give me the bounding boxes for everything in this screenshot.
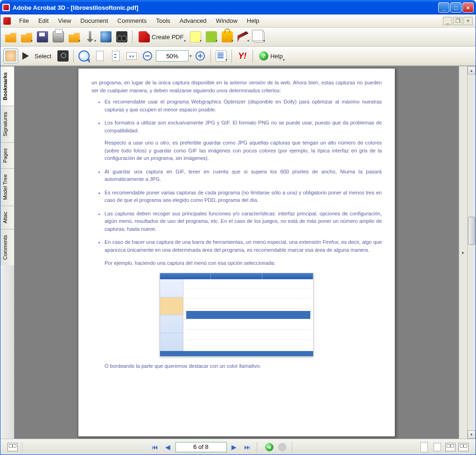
select-tool-button[interactable]: Select (19, 48, 55, 63)
folder-icon (21, 31, 32, 42)
continuous-facing-button[interactable] (458, 441, 469, 453)
menu-file[interactable]: File (14, 15, 34, 26)
menu-view[interactable]: View (53, 15, 76, 26)
email-button[interactable] (98, 29, 113, 44)
hand-icon (5, 50, 16, 62)
mdi-minimize-button[interactable]: _ (443, 17, 452, 25)
email-icon (100, 31, 112, 42)
previous-view-button[interactable]: ◄ (264, 441, 275, 453)
secure-button[interactable] (220, 29, 235, 44)
menubar: File Edit View Document Comments Tools A… (0, 14, 476, 28)
main-toolbar: Create PDF (0, 28, 476, 47)
yahoo-button[interactable]: Y! (235, 48, 250, 63)
next-page-button[interactable]: ▶ (229, 441, 240, 453)
first-page-button[interactable]: ⏮ (149, 441, 161, 453)
previous-page-button[interactable]: ◀ (162, 441, 174, 453)
tab-attachments[interactable]: Attac (0, 206, 14, 229)
open-button[interactable] (3, 29, 18, 44)
comment-button[interactable] (188, 29, 203, 44)
tab-bookmarks[interactable]: Bookmarks (0, 66, 14, 106)
fit-page-button[interactable] (108, 48, 123, 63)
fit-width-button[interactable] (124, 48, 139, 63)
menu-edit[interactable]: Edit (34, 15, 53, 26)
zoom-tool-button[interactable] (77, 48, 91, 63)
menu-comments[interactable]: Comments (113, 15, 152, 26)
find-button[interactable] (114, 29, 129, 44)
next-view-button[interactable] (277, 441, 288, 453)
doc-bullet: En caso de hacer una captura de una barr… (105, 238, 382, 254)
continuous-icon (434, 443, 441, 451)
zoom-out-button[interactable] (140, 48, 155, 63)
single-page-button[interactable] (419, 441, 430, 453)
pdf-page: un programa, en lugar de la única captur… (78, 68, 395, 437)
pdf-icon (139, 31, 150, 42)
organizer-tool-button[interactable] (214, 48, 229, 63)
page-number-input[interactable] (175, 442, 227, 452)
doc-text: Por ejemplo, haciendo una captura del me… (105, 259, 382, 267)
embedded-screenshot (160, 273, 314, 357)
continuous-button[interactable] (432, 441, 443, 453)
titlebar[interactable]: Adobe Acrobat 3D - [libroestilosoftonic.… (0, 0, 476, 14)
help-label: Help (270, 53, 283, 60)
stamp-icon (206, 31, 217, 42)
menu-document[interactable]: Document (76, 15, 112, 26)
pane-toggle-right[interactable]: ▸ (459, 66, 467, 439)
doc-bullet: Los formatos a utilizar son exclusivamen… (105, 119, 382, 162)
forms-button[interactable] (252, 29, 266, 44)
maximize-button[interactable]: □ (450, 2, 462, 13)
tab-signatures[interactable]: Signatures (0, 106, 14, 142)
separator (73, 49, 74, 62)
mdi-close-button[interactable]: × (463, 17, 473, 25)
paperclip-icon (84, 31, 96, 42)
facing-button[interactable] (445, 441, 456, 453)
organizer-button[interactable] (67, 29, 82, 44)
close-button[interactable]: × (462, 2, 474, 13)
comment-icon (190, 31, 201, 42)
titlebar-text: Adobe Acrobat 3D - [libroestilosoftonic.… (13, 4, 438, 11)
organizer-tool-icon (216, 50, 227, 62)
last-page-button[interactable]: ⏭ (242, 441, 253, 453)
scroll-track[interactable] (468, 75, 476, 430)
doc-bullet: Es recomendable poner varias capturas de… (105, 189, 382, 204)
help-button[interactable]: ? Help (256, 48, 286, 63)
scroll-thumb[interactable] (468, 217, 475, 245)
page-canvas[interactable]: un programa, en lugar de la única captur… (14, 66, 459, 439)
print-button[interactable] (51, 29, 66, 44)
forms-icon (253, 31, 265, 42)
open-recent-button[interactable] (19, 29, 34, 44)
separator (252, 49, 253, 62)
snapshot-button[interactable] (56, 48, 70, 63)
page-layout-button[interactable] (7, 441, 18, 453)
zoom-level-input[interactable] (156, 50, 189, 62)
mdi-restore-button[interactable]: ❐ (453, 17, 462, 25)
menu-window[interactable]: Window (211, 15, 242, 26)
save-button[interactable] (35, 29, 50, 44)
app-window: Adobe Acrobat 3D - [libroestilosoftonic.… (0, 0, 476, 455)
minus-icon (143, 51, 152, 61)
attach-button[interactable] (83, 29, 98, 44)
lock-icon (222, 31, 233, 42)
folder-open-icon (5, 31, 16, 42)
doc-bullet: Al guardar una captura en GIF, tener en … (105, 168, 382, 183)
menu-help[interactable]: Help (242, 15, 264, 26)
scroll-up-button[interactable]: ▴ (468, 66, 476, 75)
tab-pages[interactable]: Pages (0, 142, 14, 168)
create-pdf-button[interactable]: Create PDF (135, 29, 187, 44)
tab-comments[interactable]: Comments (0, 229, 14, 265)
menu-advanced[interactable]: Advanced (175, 15, 211, 26)
minimize-button[interactable]: _ (438, 2, 449, 13)
menu-tools[interactable]: Tools (151, 15, 175, 26)
hand-tool-button[interactable] (3, 48, 18, 63)
organizer-icon (69, 31, 80, 42)
zoom-in-button[interactable] (193, 48, 208, 63)
stamp-button[interactable] (204, 29, 219, 44)
sign-button[interactable] (236, 29, 251, 44)
tab-model-tree[interactable]: Model Tree (0, 168, 14, 206)
actual-size-button[interactable] (92, 48, 107, 63)
create-pdf-label: Create PDF (152, 34, 184, 41)
doc-text: Los formatos a utilizar son exclusivamen… (105, 120, 382, 133)
document-icon (3, 17, 11, 25)
scroll-down-button[interactable]: ▾ (468, 430, 476, 439)
doc-bullet: Es recomendable usar el programa Webgrap… (105, 98, 382, 113)
vertical-scrollbar[interactable]: ▴ ▾ (467, 66, 476, 439)
